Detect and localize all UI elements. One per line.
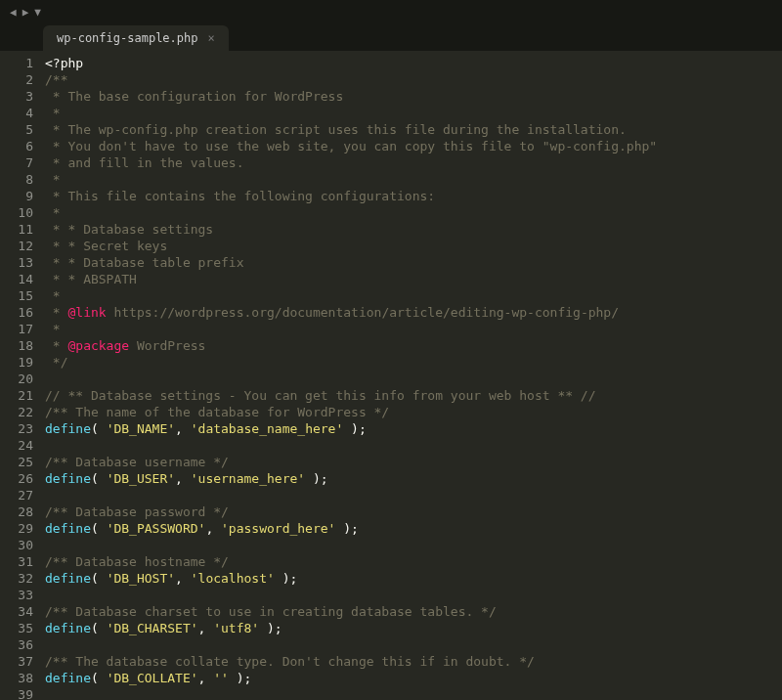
line-number: 18 <box>0 337 33 354</box>
line-number: 9 <box>0 188 33 204</box>
token-punct: ( <box>91 621 107 635</box>
line-number: 26 <box>0 470 33 487</box>
token-comment: /** Database charset to use in creating … <box>45 604 497 619</box>
nav-expand-icon[interactable]: ▼ <box>32 6 43 19</box>
token-comment: * The wp-config.php creation script uses… <box>45 122 627 137</box>
line-number: 29 <box>0 520 33 537</box>
line-number: 20 <box>0 371 33 387</box>
line-number: 34 <box>0 603 33 620</box>
line-number: 37 <box>0 653 33 670</box>
token-comment: /** <box>45 72 67 87</box>
code-line: * This file contains the following confi… <box>45 188 782 204</box>
line-number: 39 <box>0 686 33 700</box>
line-number: 22 <box>0 404 33 420</box>
nav-arrows: ◀ ▶ ▼ <box>8 6 43 19</box>
code-line: * @package WordPress <box>45 337 782 354</box>
line-number: 23 <box>0 420 33 437</box>
code-line: * * Secret keys <box>45 238 782 254</box>
close-icon[interactable]: × <box>208 32 215 44</box>
code-line: define( 'DB_PASSWORD', 'password_here' )… <box>45 520 782 537</box>
code-line: * The wp-config.php creation script uses… <box>45 121 782 138</box>
nav-back-icon[interactable]: ◀ <box>8 6 19 19</box>
code-line: /** The database collate type. Don't cha… <box>45 653 782 670</box>
token-comment: /** Database hostname */ <box>45 554 229 569</box>
code-line <box>45 437 782 454</box>
token-comment: * The base configuration for WordPress <box>45 89 343 104</box>
code-line: define( 'DB_USER', 'username_here' ); <box>45 470 782 487</box>
token-comment: https://wordpress.org/documentation/arti… <box>107 305 619 320</box>
token-comment: /** The name of the database for WordPre… <box>45 405 389 419</box>
token-comment: * <box>45 338 67 353</box>
line-number: 7 <box>0 154 33 171</box>
code-line <box>45 487 782 503</box>
token-punct: ( <box>91 671 107 685</box>
line-number: 10 <box>0 204 33 221</box>
token-comment: * You don't have to use the web site, yo… <box>45 139 657 153</box>
code-line: * You don't have to use the web site, yo… <box>45 138 782 154</box>
token-punct: ); <box>335 521 358 536</box>
token-comment: * and fill in the values. <box>45 155 244 170</box>
token-comment: * * Database table prefix <box>45 255 244 270</box>
line-number: 4 <box>0 105 33 121</box>
token-doctag: @link <box>67 305 106 320</box>
code-line: define( 'DB_CHARSET', 'utf8' ); <box>45 620 782 636</box>
line-number: 6 <box>0 138 33 154</box>
code-line: * <box>45 204 782 221</box>
code-line: define( 'DB_NAME', 'database_name_here' … <box>45 420 782 437</box>
token-string: 'username_here' <box>191 471 305 486</box>
code-content[interactable]: <?php/** * The base configuration for Wo… <box>43 51 782 700</box>
token-string: 'DB_CHARSET' <box>107 621 198 635</box>
file-tab[interactable]: wp-config-sample.php × <box>43 25 229 51</box>
token-keyword: define <box>45 671 91 685</box>
code-line <box>45 371 782 387</box>
token-comment: */ <box>45 355 67 370</box>
code-line: * The base configuration for WordPress <box>45 88 782 105</box>
token-punct: , <box>175 421 191 436</box>
token-comment: * * Database settings <box>45 222 213 237</box>
token-comment: /** Database username */ <box>45 455 229 469</box>
token-comment: * * Secret keys <box>45 239 167 253</box>
token-comment: WordPress <box>129 338 205 353</box>
line-number: 12 <box>0 238 33 254</box>
line-number: 21 <box>0 387 33 404</box>
line-number: 11 <box>0 221 33 238</box>
tab-bar: wp-config-sample.php × <box>0 23 782 51</box>
line-number: 1 <box>0 55 33 71</box>
token-punct: , <box>205 521 221 536</box>
line-number: 33 <box>0 587 33 603</box>
code-line: */ <box>45 354 782 371</box>
token-keyword: define <box>45 471 91 486</box>
line-number-gutter: 1234567891011121314151617181920212223242… <box>0 51 43 700</box>
token-punct: ); <box>259 621 282 635</box>
code-line: <?php <box>45 55 782 71</box>
token-comment: /** Database password */ <box>45 504 229 519</box>
token-punct: ( <box>91 521 107 536</box>
code-line: * <box>45 287 782 304</box>
nav-forward-icon[interactable]: ▶ <box>21 6 31 19</box>
code-line: /** Database charset to use in creating … <box>45 603 782 620</box>
code-line: * and fill in the values. <box>45 154 782 171</box>
token-punct: ); <box>343 421 366 436</box>
code-line: * <box>45 171 782 188</box>
file-tab-title: wp-config-sample.php <box>57 31 198 45</box>
line-number: 19 <box>0 354 33 371</box>
token-comment: * <box>45 205 61 220</box>
token-punct: , <box>198 621 214 635</box>
line-number: 15 <box>0 287 33 304</box>
line-number: 14 <box>0 271 33 287</box>
token-keyword: define <box>45 621 91 635</box>
token-punct: , <box>175 471 191 486</box>
code-line <box>45 636 782 653</box>
token-keyword: define <box>45 421 91 436</box>
code-line <box>45 686 782 700</box>
token-punct: ); <box>305 471 327 486</box>
code-line: /** Database hostname */ <box>45 553 782 570</box>
line-number: 16 <box>0 304 33 321</box>
line-number: 36 <box>0 636 33 653</box>
token-punct: ); <box>275 571 297 586</box>
token-punct: , <box>175 571 191 586</box>
token-keyword: define <box>45 521 91 536</box>
token-doctag: @package <box>67 338 129 353</box>
code-line: /** <box>45 71 782 88</box>
window-titlebar: ◀ ▶ ▼ <box>0 0 782 23</box>
